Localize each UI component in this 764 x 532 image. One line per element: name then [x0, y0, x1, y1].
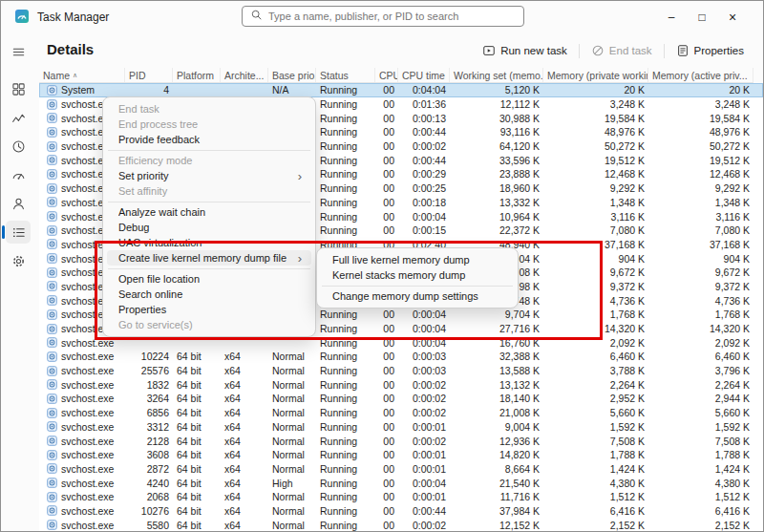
cell-working-set: 13,132 K	[450, 378, 543, 392]
context-menu-item-open-file-location[interactable]: Open file location	[107, 271, 311, 287]
cell-pid: 1832	[125, 378, 173, 392]
cell-name: svchost.exe	[39, 462, 125, 476]
cell-cpu: 00	[375, 210, 398, 223]
submenu-item-full-live-kernel-memory-dump[interactable]: Full live kernel memory dump	[321, 252, 514, 267]
column-header-label: PID	[129, 70, 146, 81]
sidebar-item-users[interactable]	[6, 192, 31, 215]
properties-button[interactable]: Properties	[668, 41, 752, 60]
column-header-name[interactable]: Name∧	[39, 68, 125, 82]
close-button[interactable]: ×	[717, 1, 748, 32]
app-history-icon	[11, 139, 26, 154]
process-name: svchost.exe	[61, 350, 114, 363]
process-name: svchost.exe	[61, 420, 114, 434]
sidebar-item-app-history[interactable]	[6, 135, 31, 158]
cell-name: svchost.exe	[39, 406, 125, 419]
search-box[interactable]	[242, 6, 524, 27]
cell-status: Running	[316, 519, 375, 531]
column-header-base-priority[interactable]: Base prio...	[268, 68, 316, 82]
cell-status: Running	[316, 420, 375, 434]
sidebar-item-performance[interactable]	[6, 106, 31, 129]
cell-cpu-time: 0:00:04	[398, 322, 450, 335]
process-icon	[47, 295, 57, 306]
column-header-memory-private[interactable]: Memory (private workin...	[543, 68, 648, 82]
context-menu-item-search-online[interactable]: Search online	[107, 287, 311, 302]
cell-memory-active: 3,116 K	[648, 210, 753, 223]
submenu-item-kernel-stacks-memory-dump[interactable]: Kernel stacks memory dump	[321, 267, 514, 283]
table-row[interactable]: svchost.exe2557664 bitx64NormalRunning00…	[39, 364, 763, 378]
cell-memory-active: 6,416 K	[648, 504, 753, 518]
table-row[interactable]: svchost.exe183264 bitx64NormalRunning000…	[39, 377, 763, 392]
context-menu-item-analyze-wait-chain[interactable]: Analyze wait chain	[107, 204, 311, 220]
titlebar: Task Manager – □ ×	[1, 1, 763, 32]
menu-item-label: Analyze wait chain	[118, 206, 302, 218]
maximize-button[interactable]: □	[687, 1, 717, 32]
run-new-task-button[interactable]: Run new task	[475, 41, 575, 60]
cell-pid: 6856	[125, 406, 173, 419]
minimize-button[interactable]: –	[656, 1, 687, 32]
submenu-item-change-memory-dump-settings[interactable]: Change memory dump settings	[321, 288, 514, 304]
sidebar-item-startup-apps[interactable]	[6, 163, 31, 186]
column-header-status[interactable]: Status	[316, 68, 375, 82]
context-menu-item-set-priority[interactable]: Set priority›	[107, 168, 311, 183]
table-row[interactable]: svchost.exe424064 bitx64HighRunning000:0…	[39, 476, 763, 490]
cell-platform: 64 bit	[173, 406, 221, 419]
cell-working-set: 14,820 K	[450, 448, 543, 461]
column-header-pid[interactable]: PID	[125, 68, 173, 82]
column-header-cpu[interactable]: CPU	[375, 68, 398, 82]
sidebar-item-services[interactable]	[6, 249, 31, 272]
column-header-working-set[interactable]: Working set (memo...	[450, 68, 543, 82]
cell-base-priority: Normal	[268, 519, 316, 531]
context-menu-item-provide-feedback[interactable]: Provide feedback	[107, 132, 311, 147]
column-header-label: Platform	[177, 70, 214, 81]
table-row[interactable]: svchost.exe326464 bitx64NormalRunning000…	[39, 392, 763, 406]
menu-item-label: Set priority	[118, 170, 298, 181]
cell-memory-active: 20 K	[648, 83, 753, 96]
table-row[interactable]: svchost.exe360864 bitx64NormalRunning000…	[39, 448, 763, 462]
table-row[interactable]: svchost.exe1022464 bitx64NormalRunning00…	[39, 350, 763, 364]
cell-memory-active: 3,248 K	[648, 97, 753, 111]
context-menu-item-properties[interactable]: Properties	[107, 302, 311, 317]
table-row[interactable]: svchost.exe1027664 bitx64NormalRunning00…	[39, 504, 763, 519]
cell-status: Running	[316, 364, 375, 377]
cell-base-priority: Normal	[268, 462, 316, 476]
column-header-memory-active[interactable]: Memory (active priv...	[648, 68, 753, 82]
context-menu-item-debug[interactable]: Debug	[107, 220, 311, 235]
context-menu-item-create-live-kernel-memory-dump-file[interactable]: Create live kernel memory dump file›	[107, 250, 311, 266]
column-header-label: Working set (memo...	[454, 70, 543, 81]
column-header-label: CPU	[379, 70, 398, 81]
cell-name: svchost.exe	[39, 448, 125, 461]
process-name: svchost.exe	[61, 504, 114, 518]
cell-memory-private: 14,320 K	[543, 322, 648, 335]
submenu-arrow-icon: ›	[298, 170, 302, 182]
cell-name: svchost.exe	[39, 504, 125, 518]
sidebar-item-hamburger-menu[interactable]	[6, 40, 31, 63]
task-manager-window: Task Manager – □ × Details Run new task	[0, 0, 764, 532]
column-header-platform[interactable]: Platform	[173, 68, 221, 82]
cell-cpu: 00	[375, 167, 398, 181]
table-row[interactable]: svchost.exeRunning000:00:0416,760 K2,092…	[39, 335, 763, 350]
cell-memory-active: 50,272 K	[648, 139, 753, 153]
context-menu-item-uac-virtualization[interactable]: UAC virtualization	[107, 235, 311, 250]
process-icon	[47, 211, 57, 222]
table-row[interactable]: System4N/ARunning000:04:045,120 K20 K20 …	[39, 83, 763, 97]
menu-item-label: Kernel stacks memory dump	[332, 269, 504, 281]
table-row[interactable]: svchost.exe331264 bitx64NormalRunning000…	[39, 420, 763, 435]
search-input[interactable]	[268, 11, 516, 22]
context-menu-separator	[108, 202, 310, 202]
column-header-architecture[interactable]: Archite...	[221, 68, 268, 82]
table-row[interactable]: svchost.exe212864 bitx64NormalRunning000…	[39, 434, 763, 448]
cell-cpu-time: 0:00:03	[398, 350, 450, 363]
cell-status: Running	[316, 448, 375, 461]
cell-pid: 10276	[125, 504, 173, 518]
sidebar-item-processes[interactable]	[6, 77, 31, 100]
table-header: Name∧PIDPlatformArchite...Base prio...St…	[39, 68, 753, 83]
sidebar-item-details[interactable]	[6, 221, 31, 244]
column-header-cpu-time[interactable]: CPU time	[398, 68, 450, 82]
table-row[interactable]: svchost.exe558064 bitx64NormalRunning000…	[39, 518, 763, 531]
run-new-task-label: Run new task	[500, 45, 567, 56]
table-row[interactable]: svchost.exe206864 bitx64NormalRunning000…	[39, 490, 763, 504]
cell-memory-active: 1,348 K	[648, 196, 753, 209]
table-row[interactable]: svchost.exe685664 bitx64NormalRunning000…	[39, 406, 763, 420]
cell-cpu: 00	[375, 364, 398, 377]
table-row[interactable]: svchost.exe287264 bitx64NormalRunning000…	[39, 462, 763, 477]
